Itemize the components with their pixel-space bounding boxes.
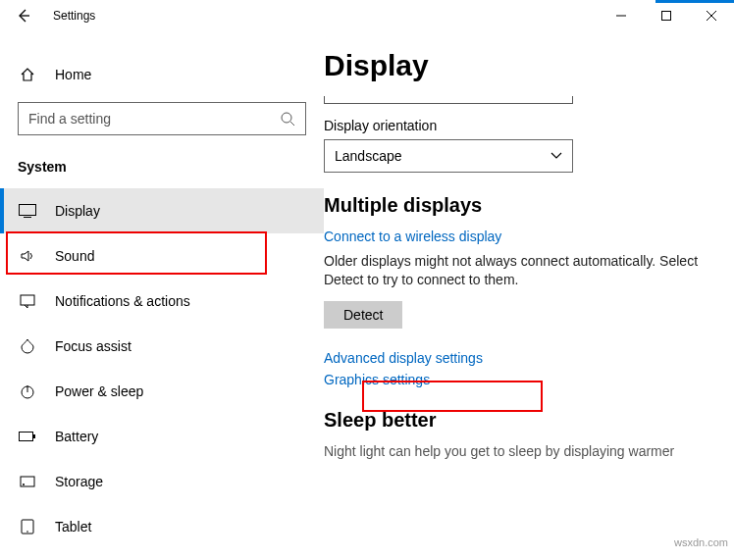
sidebar-item-label: Focus assist — [55, 338, 131, 354]
sidebar-item-label: Battery — [55, 429, 98, 444]
svg-rect-6 — [33, 434, 35, 438]
close-icon — [707, 11, 716, 21]
page-title: Display — [324, 49, 707, 82]
sidebar-item-label: Storage — [55, 474, 103, 489]
orientation-label: Display orientation — [324, 118, 707, 133]
notifications-icon — [18, 293, 37, 309]
sidebar-item-display[interactable]: Display — [0, 188, 324, 233]
sidebar-item-label: Power & sleep — [55, 383, 143, 399]
sidebar-item-label: Tablet — [55, 519, 91, 535]
orientation-value: Landscape — [335, 148, 550, 164]
sidebar-item-battery[interactable]: Battery — [0, 414, 324, 459]
search-input[interactable]: Find a setting — [18, 102, 306, 135]
arrow-left-icon — [17, 9, 30, 23]
titlebar: Settings — [0, 0, 734, 31]
sidebar-item-storage[interactable]: Storage — [0, 459, 324, 504]
svg-rect-2 — [20, 205, 36, 216]
sidebar-item-power[interactable]: Power & sleep — [0, 369, 324, 414]
sleep-text: Night light can help you get to sleep by… — [324, 443, 707, 459]
sidebar-item-label: Display — [55, 203, 100, 219]
display-icon — [18, 204, 37, 218]
search-placeholder: Find a setting — [28, 111, 281, 127]
home-icon — [18, 67, 37, 82]
connect-wireless-link[interactable]: Connect to a wireless display — [324, 229, 707, 244]
focus-icon — [18, 338, 37, 354]
close-button[interactable] — [689, 0, 734, 31]
battery-icon — [18, 431, 37, 442]
svg-rect-7 — [21, 477, 34, 486]
maximize-button[interactable] — [644, 0, 689, 31]
sidebar-home[interactable]: Home — [0, 59, 324, 90]
minimize-icon — [616, 11, 626, 21]
svg-point-8 — [23, 484, 25, 485]
tablet-icon — [18, 519, 37, 535]
advanced-display-link[interactable]: Advanced display settings — [324, 350, 707, 366]
watermark: wsxdn.com — [674, 536, 728, 548]
chevron-down-icon — [550, 152, 562, 160]
svg-rect-5 — [20, 433, 33, 441]
multiple-displays-heading: Multiple displays — [324, 194, 707, 217]
storage-icon — [18, 474, 37, 489]
main-panel: Display Display orientation Landscape Mu… — [324, 31, 734, 560]
svg-rect-0 — [662, 12, 671, 21]
highlight-advanced — [362, 381, 543, 412]
sidebar-item-label: Notifications & actions — [55, 293, 190, 309]
detect-hint-text: Older displays might not always connect … — [324, 252, 707, 289]
maximize-icon — [661, 11, 671, 21]
svg-point-1 — [282, 113, 291, 123]
back-button[interactable] — [14, 6, 33, 25]
svg-point-10 — [26, 531, 28, 533]
sidebar-item-notifications[interactable]: Notifications & actions — [0, 279, 324, 324]
detect-button[interactable]: Detect — [324, 301, 402, 329]
sidebar-heading: System — [0, 153, 324, 188]
orientation-dropdown[interactable]: Landscape — [324, 139, 573, 173]
highlight-display — [6, 231, 267, 275]
power-icon — [18, 383, 37, 399]
minimize-button[interactable] — [599, 0, 644, 31]
sidebar-item-tablet[interactable]: Tablet — [0, 504, 324, 549]
preview-divider — [324, 96, 573, 104]
sleep-better-heading: Sleep better — [324, 409, 707, 432]
sidebar: Home Find a setting System Display Sound — [0, 31, 324, 560]
sidebar-item-focus[interactable]: Focus assist — [0, 324, 324, 369]
svg-rect-3 — [21, 295, 34, 305]
search-icon — [281, 112, 295, 127]
window-title: Settings — [53, 9, 95, 23]
sidebar-home-label: Home — [55, 67, 91, 82]
